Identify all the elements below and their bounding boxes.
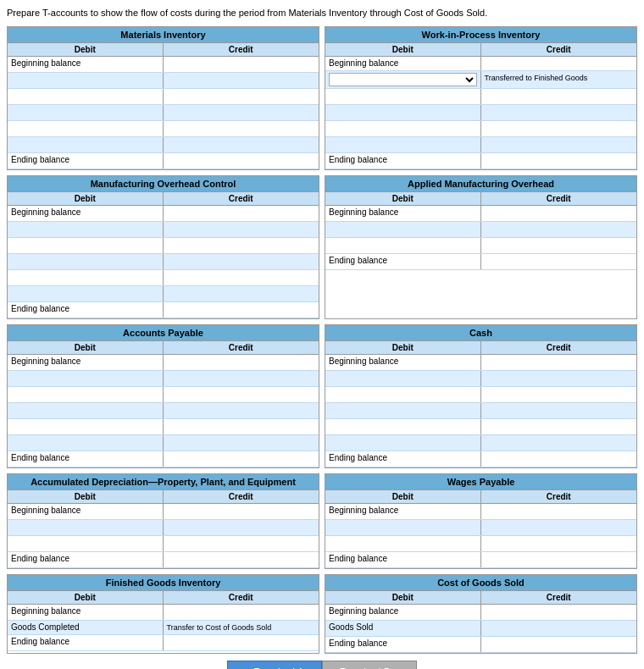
- cash-row-5-debit[interactable]: [325, 435, 481, 451]
- ap-row-4-debit[interactable]: [8, 419, 164, 434]
- cogs-header: Debit Credit: [325, 591, 636, 605]
- wip-row-4-credit[interactable]: [481, 121, 637, 136]
- wip-row-0: Beginning balance: [325, 57, 636, 71]
- amo-row-2-debit[interactable]: [325, 238, 481, 253]
- mi-row-0-credit[interactable]: [164, 57, 319, 72]
- ap-ending-label: Ending balance: [8, 451, 164, 467]
- mi-row-4-credit[interactable]: [164, 121, 319, 136]
- mi-row-2-credit[interactable]: [164, 89, 319, 104]
- cash-row-2-credit[interactable]: [481, 387, 637, 402]
- cash-row-3-credit[interactable]: [481, 403, 637, 418]
- cash-row-3-debit[interactable]: [325, 403, 481, 418]
- wip-row-5-credit[interactable]: [481, 137, 637, 152]
- cash-row-5-credit[interactable]: [481, 435, 637, 451]
- ap-row-0-credit[interactable]: [164, 355, 319, 370]
- ap-row-4: [8, 419, 319, 435]
- wp-row-0-credit[interactable]: [481, 504, 637, 519]
- moc-row-2-credit[interactable]: [164, 238, 319, 253]
- prev-button[interactable]: < Required A: [227, 661, 322, 669]
- ap-row-2-debit[interactable]: [8, 387, 164, 402]
- wp-row-2-credit[interactable]: [481, 536, 637, 551]
- mi-ending-label: Ending balance: [8, 153, 164, 169]
- moc-row-5-debit[interactable]: [8, 286, 164, 301]
- ad-ending-credit[interactable]: [164, 552, 319, 567]
- moc-row-3-credit[interactable]: [164, 254, 319, 269]
- ap-row-5-debit[interactable]: [8, 435, 164, 451]
- mi-row-4-debit[interactable]: [8, 121, 164, 136]
- ad-row-2-credit[interactable]: [164, 536, 319, 551]
- cash-row-1-debit[interactable]: [325, 371, 481, 386]
- ap-row-5-credit[interactable]: [164, 435, 319, 451]
- amo-ending-credit[interactable]: [481, 254, 637, 269]
- wp-row-1-debit[interactable]: [325, 520, 481, 535]
- wip-row-5-debit[interactable]: [325, 137, 481, 152]
- ap-row-3-debit[interactable]: [8, 403, 164, 418]
- fg-credit-header: Credit: [164, 591, 319, 604]
- wip-row-3-credit[interactable]: [481, 105, 637, 120]
- cash-row-0: Beginning balance: [325, 355, 636, 371]
- wp-row-1-credit[interactable]: [481, 520, 637, 535]
- ap-ending-credit[interactable]: [164, 451, 319, 467]
- mi-row-1-credit[interactable]: [164, 73, 319, 88]
- moc-row-1-credit[interactable]: [164, 222, 319, 237]
- mi-row-5-credit[interactable]: [164, 137, 319, 152]
- mi-ending-credit[interactable]: [164, 153, 319, 169]
- cash-row-0-credit[interactable]: [481, 355, 637, 370]
- ad-row-1: [8, 520, 319, 536]
- moc-ending-credit[interactable]: [164, 302, 319, 318]
- cash-row-2-debit[interactable]: [325, 387, 481, 402]
- cogs-row-0-credit[interactable]: [481, 605, 637, 620]
- moc-row-4-debit[interactable]: [8, 270, 164, 285]
- ad-row-0-credit[interactable]: [164, 504, 319, 519]
- cash-row-4-credit[interactable]: [481, 419, 637, 434]
- wip-row-1-debit[interactable]: [325, 71, 481, 88]
- amo-row-2-credit[interactable]: [481, 238, 637, 253]
- amo-row-1-debit[interactable]: [325, 222, 481, 237]
- moc-row-5-credit[interactable]: [164, 286, 319, 301]
- cash-row-4-debit[interactable]: [325, 419, 481, 434]
- mi-row-5-debit[interactable]: [8, 137, 164, 152]
- wp-ending-label: Ending balance: [325, 552, 481, 567]
- wip-ending-credit[interactable]: [481, 153, 637, 169]
- ap-row-4-credit[interactable]: [164, 419, 319, 434]
- accounts-payable-account: Accounts Payable Debit Credit Beginning …: [7, 324, 319, 468]
- wip-row-4-debit[interactable]: [325, 121, 481, 136]
- wip-body: Beginning balance Transferred to Finishe…: [325, 57, 636, 169]
- wip-row-3-debit[interactable]: [325, 105, 481, 120]
- mi-row-3-credit[interactable]: [164, 105, 319, 120]
- moc-row-3-debit[interactable]: [8, 254, 164, 269]
- ad-row-1-credit[interactable]: [164, 520, 319, 535]
- wp-ending-credit[interactable]: [481, 552, 637, 567]
- ap-row-1-credit[interactable]: [164, 371, 319, 386]
- fg-row-0-credit[interactable]: [164, 605, 319, 620]
- wip-row-2-credit[interactable]: [481, 89, 637, 104]
- wages-payable-account: Wages Payable Debit Credit Beginning bal…: [325, 473, 637, 569]
- cogs-row-1-credit[interactable]: [481, 621, 637, 636]
- amo-row-1-credit[interactable]: [481, 222, 637, 237]
- ap-row-2-credit[interactable]: [164, 387, 319, 402]
- moc-row-2-debit[interactable]: [8, 238, 164, 253]
- ad-row-2-debit[interactable]: [8, 536, 164, 551]
- wip-row-0-credit: [481, 57, 637, 70]
- amo-ending-label: Ending balance: [325, 254, 481, 269]
- fg-ending-credit[interactable]: [164, 635, 319, 650]
- moc-row-1-debit[interactable]: [8, 222, 164, 237]
- cash-row-1-credit[interactable]: [481, 371, 637, 386]
- wip-row-2-debit[interactable]: [325, 89, 481, 104]
- ap-row-1-debit[interactable]: [8, 371, 164, 386]
- moc-row-4-credit[interactable]: [164, 270, 319, 285]
- cogs-ending-credit[interactable]: [481, 637, 637, 652]
- moc-row-4: [8, 270, 319, 286]
- ap-row-3-credit[interactable]: [164, 403, 319, 418]
- wp-row-2-debit[interactable]: [325, 536, 481, 551]
- wip-dropdown[interactable]: [329, 73, 477, 86]
- moc-row-0-credit[interactable]: [164, 206, 319, 221]
- next-button[interactable]: Required B >: [322, 661, 417, 669]
- mi-row-2-debit[interactable]: [8, 89, 164, 104]
- amo-row-0-credit[interactable]: [481, 206, 637, 221]
- cash-ending-credit[interactable]: [481, 451, 637, 467]
- mi-row-4: [8, 121, 319, 137]
- mi-row-1-debit[interactable]: [8, 73, 164, 88]
- mi-row-3-debit[interactable]: [8, 105, 164, 120]
- ad-row-1-debit[interactable]: [8, 520, 164, 535]
